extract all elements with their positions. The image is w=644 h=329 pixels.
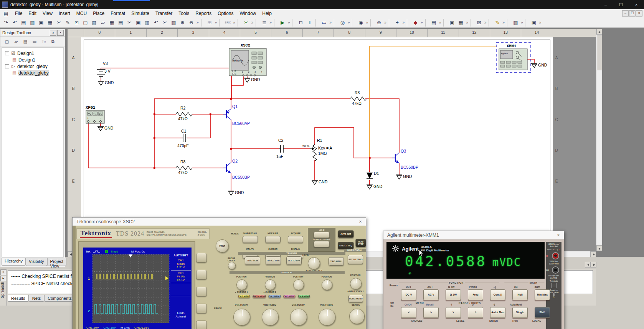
single-seq-button[interactable]: SINGLE SEQ	[338, 242, 354, 249]
voltage-probe-icon[interactable]: ◎	[338, 18, 347, 27]
component-q3[interactable]: Q3 BC550BP	[392, 149, 418, 169]
cut3-icon[interactable]: ✂	[160, 18, 169, 27]
ohm-2w-button[interactable]: Ω 2W	[446, 289, 461, 300]
vscroll-thumb[interactable]	[597, 35, 602, 70]
terminals-switch[interactable]	[551, 283, 556, 288]
freq-button[interactable]: Freq	[468, 289, 483, 300]
menu-mcu[interactable]: MCU	[73, 10, 90, 17]
wires[interactable]	[88, 59, 534, 191]
component-d1[interactable]: D1	[367, 171, 379, 179]
run-stop-icon[interactable]: ⊓	[296, 18, 305, 27]
digital-probe-icon[interactable]: ◆	[411, 18, 420, 27]
reports-icon[interactable]: ▥	[511, 18, 520, 27]
overflow-chevron[interactable]: »	[484, 20, 487, 25]
copy2-icon[interactable]: ▣	[134, 18, 143, 27]
tabs-right-button[interactable]	[591, 262, 596, 268]
zoom-in-icon[interactable]: ⊕	[178, 18, 187, 27]
open-design-icon[interactable]: ▱	[13, 38, 20, 45]
scroll-right-button[interactable]	[590, 251, 596, 257]
fullscreen-icon[interactable]: ⊞	[205, 18, 214, 27]
softkey-1[interactable]	[196, 253, 207, 263]
new-icon[interactable]: ▢	[81, 18, 90, 27]
tab-components[interactable]: Components	[44, 295, 75, 302]
component-v3[interactable]: V3 3 V	[97, 61, 111, 78]
menu-window[interactable]: Window	[237, 10, 259, 17]
ch3-menu-button[interactable]: CH 3 MENU	[283, 295, 296, 298]
maximize-button[interactable]: ☐	[613, 0, 629, 9]
component-c2[interactable]: C2 1uF	[276, 138, 284, 159]
spreadsheet-close-button[interactable]: ×	[0, 269, 6, 275]
single-button[interactable]: Single	[512, 307, 528, 318]
component-xfg1[interactable]: +− XFG1	[86, 105, 104, 123]
auto-man-button[interactable]: Auto/ Man	[490, 307, 505, 318]
overflow-chevron[interactable]: »	[251, 20, 254, 25]
save-design-icon[interactable]: ▤	[22, 38, 29, 45]
ch1-position-knob[interactable]	[236, 279, 247, 290]
overflow-chevron[interactable]: »	[383, 20, 387, 25]
math-menu-button[interactable]: MATH MENU	[253, 295, 266, 298]
paste-icon[interactable]: ▥	[28, 18, 37, 27]
orange-wire[interactable]	[370, 46, 497, 158]
set-to-zero-button[interactable]: SET TO ZERO	[348, 255, 363, 264]
component-q2[interactable]: Q2 BC550BP	[223, 159, 250, 179]
overflow-chevron[interactable]: »	[465, 20, 469, 25]
hi-terminal[interactable]	[552, 252, 559, 259]
analysis-icon[interactable]: ▣	[447, 18, 456, 27]
ch4-menu-button[interactable]: CH 4 MENU	[298, 295, 310, 298]
ch4-volts-div-knob[interactable]	[319, 309, 335, 326]
force-trig-button[interactable]: FORCE TRIG	[266, 256, 281, 265]
horizontal-position-knob[interactable]	[350, 278, 362, 289]
pages-icon[interactable]: ⧉	[50, 38, 56, 45]
menu-edit[interactable]: Edit	[25, 10, 40, 17]
tab-visibility[interactable]: Visibility	[26, 258, 47, 266]
menu-insert[interactable]: Insert	[56, 10, 73, 17]
zoom-area-icon[interactable]: ⊡	[72, 18, 81, 27]
component-r8[interactable]: R8 47kΩ	[176, 160, 192, 175]
edit-footprint-icon[interactable]: ✎	[493, 18, 502, 27]
overflow-chevron[interactable]: »	[232, 20, 236, 25]
dcv-button[interactable]: DC V	[401, 289, 416, 300]
component-q1[interactable]: Q1 BC560AP	[223, 104, 250, 126]
min-max-button[interactable]: Min Max	[535, 289, 550, 300]
new-design-icon[interactable]: ▢	[3, 38, 10, 45]
postprocessor-icon[interactable]: ▦	[456, 18, 465, 27]
ch3-volts-div-knob[interactable]	[290, 309, 307, 326]
grapher-icon[interactable]: ▤	[429, 18, 438, 27]
erc-icon[interactable]: ⊠	[475, 18, 484, 27]
trig-view-button[interactable]: TRIG VIEW	[245, 256, 260, 265]
sheet-icon[interactable]: ▤	[2, 9, 10, 18]
print-button[interactable]: PRINT	[216, 239, 229, 253]
auto-set-button[interactable]: AUTO SET	[338, 230, 354, 238]
menu-place[interactable]: Place	[90, 10, 107, 17]
current-probe-icon[interactable]: ◉	[356, 18, 365, 27]
scroll-up-button[interactable]	[596, 29, 602, 35]
ch1-volts-div-knob[interactable]	[233, 309, 250, 326]
graph-settings-icon[interactable]: ≣	[260, 18, 269, 27]
ch2-volts-div-knob[interactable]	[262, 309, 279, 326]
overflow-chevron[interactable]: »	[214, 20, 218, 25]
vertical-scrollbar[interactable]	[596, 29, 602, 251]
ch2-position-knob[interactable]	[265, 279, 276, 290]
range-down-button[interactable]: ˅	[446, 307, 461, 318]
overflow-chevron[interactable]: »	[365, 20, 369, 25]
menu-view[interactable]: View	[40, 10, 56, 17]
tree-item-design1-sheet[interactable]: ▤ Design1	[2, 56, 63, 63]
scroll-down-button[interactable]	[596, 245, 602, 251]
minimize-button[interactable]: –	[598, 0, 613, 9]
cut2-icon[interactable]: ✂	[125, 18, 134, 27]
instruments-icon[interactable]: ▭	[320, 18, 329, 27]
component-r3[interactable]: R3 47kΩ	[350, 90, 367, 106]
softkey-2[interactable]	[196, 270, 207, 279]
tree-item-design1-root[interactable]: − ☑ Design1	[2, 50, 63, 56]
save-icon[interactable]: ▤	[19, 18, 28, 27]
paste3-icon[interactable]: ▥	[169, 18, 178, 27]
menu-reports[interactable]: Reports	[192, 10, 215, 17]
horiz-menu-button[interactable]: HORIZ MENU	[348, 295, 363, 302]
ch1-menu-button[interactable]: CH 1 MENU	[238, 295, 250, 298]
close-design-icon[interactable]: ▭	[31, 38, 38, 45]
close-button[interactable]: ×	[629, 0, 644, 9]
power-probe-icon[interactable]: ⊚	[375, 18, 383, 27]
ch3-position-knob[interactable]	[293, 279, 304, 290]
component-r2[interactable]: R2 47kΩ	[176, 106, 192, 121]
copy-icon[interactable]: ▣	[37, 18, 46, 27]
